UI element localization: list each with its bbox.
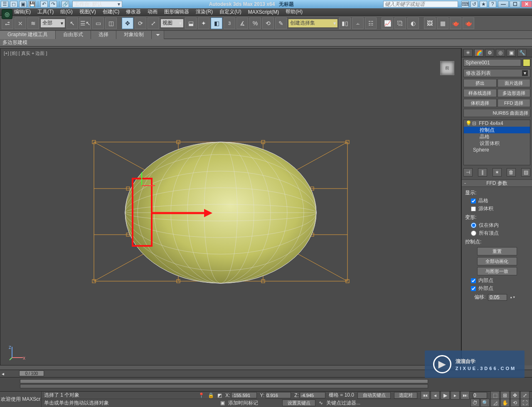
- tab-utilities-icon[interactable]: 🔧: [517, 49, 527, 56]
- new-icon[interactable]: ◻: [10, 1, 17, 7]
- ribbon-tab-graphite[interactable]: Graphite 建模工具: [0, 31, 56, 39]
- offset-spinner[interactable]: 偏移: ▲▼: [474, 294, 529, 301]
- star-icon[interactable]: ★: [480, 1, 487, 7]
- autokey-button[interactable]: 自动关键点: [357, 392, 391, 399]
- reset-button[interactable]: 重置: [477, 247, 517, 255]
- stack-control-points[interactable]: 控制点: [464, 127, 530, 133]
- exchange-icon[interactable]: ↺: [470, 1, 478, 7]
- menu-modifiers[interactable]: 修改器: [126, 8, 141, 15]
- snap-toggle-icon[interactable]: ◧: [211, 17, 222, 29]
- coord-z[interactable]: Z:: [294, 392, 325, 398]
- maxscript-mini[interactable]: 欢迎使用 MAXScr: [0, 392, 42, 407]
- nurbs-select-button[interactable]: NURBS 曲面选择: [463, 109, 530, 117]
- match-shape-button[interactable]: 与图形一致: [477, 267, 517, 275]
- rotate-icon[interactable]: ⟳: [135, 17, 146, 29]
- stack-sphere[interactable]: Sphere: [464, 147, 530, 153]
- maximize-button[interactable]: ☐: [510, 1, 520, 7]
- render-setup-icon[interactable]: 🖼: [424, 17, 436, 29]
- refsys-dropdown[interactable]: 视图▾: [160, 19, 184, 28]
- mirror-icon[interactable]: ▮▯: [339, 17, 351, 29]
- keyfilter-icon[interactable]: ∿: [319, 400, 323, 406]
- selected-dropdown[interactable]: 选定对: [394, 392, 417, 399]
- app-menu-icon[interactable]: ☰: [1, 1, 8, 7]
- selection-filter[interactable]: 全部▾: [40, 19, 65, 28]
- xform-lock-icon[interactable]: ⊞: [500, 391, 510, 400]
- render-prod-icon[interactable]: 🫖: [450, 17, 461, 29]
- time-config-icon[interactable]: ⏱: [470, 399, 480, 407]
- pin-stack-icon[interactable]: ⊣: [463, 168, 473, 177]
- render-iter-icon[interactable]: 🫖: [463, 17, 474, 29]
- invol-radio[interactable]: 仅在体内: [471, 222, 529, 229]
- animate-all-button[interactable]: 全部动画化: [477, 257, 517, 265]
- spline-select-button[interactable]: 样条线选择: [463, 89, 497, 97]
- save-icon[interactable]: 💾: [28, 1, 36, 7]
- ribbon-expand-icon[interactable]: ⏷: [152, 31, 164, 39]
- tab-modify-icon[interactable]: 🌈: [474, 49, 483, 56]
- orbit-icon[interactable]: ⟲: [510, 399, 520, 407]
- show-end-icon[interactable]: ∥: [478, 168, 487, 177]
- tab-display-icon[interactable]: ▣: [507, 49, 516, 56]
- link-icon[interactable]: 🔗: [62, 1, 69, 7]
- vol-select-button[interactable]: 体积选择: [463, 99, 497, 107]
- percent-snap-icon[interactable]: %: [249, 17, 261, 29]
- object-name-field[interactable]: Sphere001: [463, 59, 521, 66]
- timetag-icon[interactable]: ▣: [220, 400, 225, 406]
- setkey-button[interactable]: 设置关键点: [282, 400, 315, 406]
- sourcevol-checkbox[interactable]: 源体积: [471, 205, 529, 212]
- key-filter-button[interactable]: 关键点过滤器...: [326, 400, 360, 407]
- tab-motion-icon[interactable]: ◎: [496, 49, 505, 56]
- ribbon-panel-label[interactable]: 多边形建模: [2, 39, 27, 46]
- menu-edit[interactable]: 编辑(E): [14, 8, 31, 15]
- minimize-button[interactable]: —: [498, 1, 509, 7]
- move-icon[interactable]: ✥: [122, 17, 133, 29]
- stack-lattice[interactable]: 晶格: [464, 133, 530, 140]
- outer-checkbox[interactable]: 外部点: [471, 285, 529, 292]
- ribbon-tab-freeform[interactable]: 自由形式: [56, 31, 91, 39]
- menu-maxscript[interactable]: MAXScript(M): [248, 9, 279, 15]
- poly-select-button[interactable]: 多边形选择: [498, 89, 531, 97]
- add-time-tag[interactable]: 添加时间标记: [228, 400, 258, 407]
- menu-customize[interactable]: 自定义(U): [219, 8, 241, 15]
- angle-snap-icon[interactable]: ∡: [236, 17, 248, 29]
- window-cross-icon[interactable]: ◫: [105, 17, 117, 29]
- help-search-input[interactable]: [383, 1, 458, 7]
- pivot-icon[interactable]: ⬓: [185, 17, 197, 29]
- viewport-nav2-icon[interactable]: ⤢: [520, 391, 530, 400]
- tab-hierarchy-icon[interactable]: ⚙: [485, 49, 494, 56]
- object-color-swatch[interactable]: [523, 59, 530, 66]
- abs-icon[interactable]: ◩: [217, 392, 222, 398]
- rendered-frame-icon[interactable]: ▦: [437, 17, 448, 29]
- stack-ffd[interactable]: FFD 4x4x4: [479, 120, 503, 126]
- ribbon-tab-select[interactable]: 选择: [91, 31, 116, 39]
- snap-3d-icon[interactable]: 3: [224, 17, 235, 29]
- track-bar[interactable]: [0, 377, 532, 391]
- select-name-icon[interactable]: ☰↖: [79, 17, 91, 29]
- menu-graph[interactable]: 图形编辑器: [164, 8, 189, 15]
- ffd-select-button[interactable]: FFD 选择: [498, 99, 531, 107]
- goto-end-icon[interactable]: ⏭: [461, 391, 470, 400]
- maxview-icon[interactable]: ⛶: [520, 399, 530, 407]
- face-select-button[interactable]: 面片选择: [498, 79, 531, 87]
- pan-icon[interactable]: ✋: [500, 399, 510, 407]
- menu-tools[interactable]: 工具(T): [37, 8, 54, 15]
- layers-icon[interactable]: ☷: [365, 17, 377, 29]
- prev-frame-icon[interactable]: ◂: [431, 391, 440, 400]
- coord-y[interactable]: Y:: [260, 392, 291, 398]
- select-icon[interactable]: ↖: [66, 17, 78, 29]
- scale-icon[interactable]: ⤢: [148, 17, 159, 29]
- menu-animation[interactable]: 动画: [148, 8, 158, 15]
- open-icon[interactable]: ▣: [19, 1, 27, 7]
- time-slider-handle[interactable]: 0 / 100: [19, 370, 44, 376]
- extrude-button[interactable]: 挤出: [463, 79, 497, 87]
- material-editor-icon[interactable]: ◐: [407, 17, 419, 29]
- coord-x[interactable]: X:: [225, 392, 256, 398]
- curve-editor-icon[interactable]: 📈: [382, 17, 393, 29]
- rollout-header-ffd[interactable]: -FFD 参数: [462, 179, 532, 187]
- current-frame-input[interactable]: [473, 392, 487, 399]
- tab-create-icon[interactable]: ✳: [463, 49, 473, 56]
- close-button[interactable]: ✕: [521, 1, 532, 7]
- stack-set-volume[interactable]: 设置体积: [464, 140, 530, 147]
- pin-icon[interactable]: 📍: [198, 392, 204, 398]
- menu-view[interactable]: 视图(V): [79, 8, 96, 15]
- isolate-icon[interactable]: ⬚: [490, 391, 500, 400]
